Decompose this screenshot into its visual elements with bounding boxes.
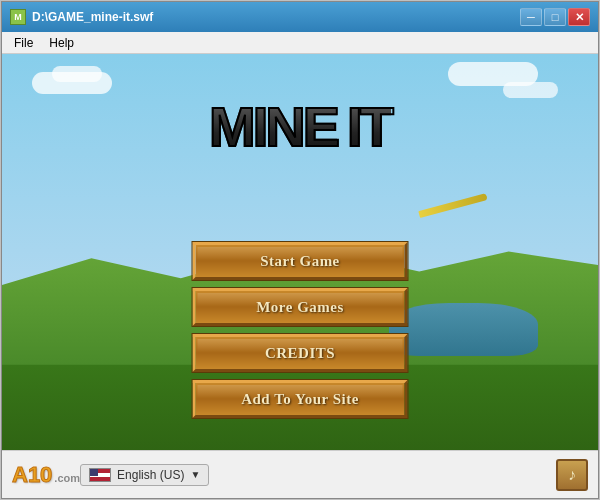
window-controls: ─ □ ✕ xyxy=(520,8,590,26)
main-window: M D:\GAME_mine-it.swf ─ □ ✕ File Help MI… xyxy=(1,1,599,499)
game-area: MINE IT Start Game More Games CREDITS Ad… xyxy=(2,54,598,498)
dropdown-arrow-icon: ▼ xyxy=(190,469,200,480)
music-button[interactable]: ♪ xyxy=(556,459,588,491)
menu-help[interactable]: Help xyxy=(41,34,82,52)
maximize-button[interactable]: □ xyxy=(544,8,566,26)
window-icon: M xyxy=(10,9,26,25)
a10-logo-container[interactable]: A10 .com xyxy=(12,462,80,488)
game-title: MINE IT xyxy=(209,94,391,159)
flag-icon xyxy=(89,468,111,482)
minimize-button[interactable]: ─ xyxy=(520,8,542,26)
a10-logo-sub: .com xyxy=(54,472,80,484)
a10-logo-main: A10 xyxy=(12,462,52,488)
bottom-bar: A10 .com English (US) ▼ ♪ xyxy=(2,450,598,498)
title-bar: M D:\GAME_mine-it.swf ─ □ ✕ xyxy=(2,2,598,32)
flag-canton xyxy=(90,469,98,476)
cloud-2 xyxy=(52,66,102,82)
language-label: English (US) xyxy=(117,468,184,482)
close-button[interactable]: ✕ xyxy=(568,8,590,26)
credits-button[interactable]: CREDITS xyxy=(193,334,408,372)
cloud-4 xyxy=(503,82,558,98)
more-games-button[interactable]: More Games xyxy=(193,288,408,326)
add-to-site-button[interactable]: Add To Your Site xyxy=(193,380,408,418)
menu-file[interactable]: File xyxy=(6,34,41,52)
water-area xyxy=(389,303,538,356)
title-text-it: IT xyxy=(347,94,391,159)
title-text-mine: MINE xyxy=(209,94,337,159)
language-selector[interactable]: English (US) ▼ xyxy=(80,464,209,486)
menu-buttons-container: Start Game More Games CREDITS Add To You… xyxy=(193,242,408,418)
menu-bar: File Help xyxy=(2,32,598,54)
window-title: D:\GAME_mine-it.swf xyxy=(32,10,514,24)
music-icon: ♪ xyxy=(568,466,576,484)
start-game-button[interactable]: Start Game xyxy=(193,242,408,280)
